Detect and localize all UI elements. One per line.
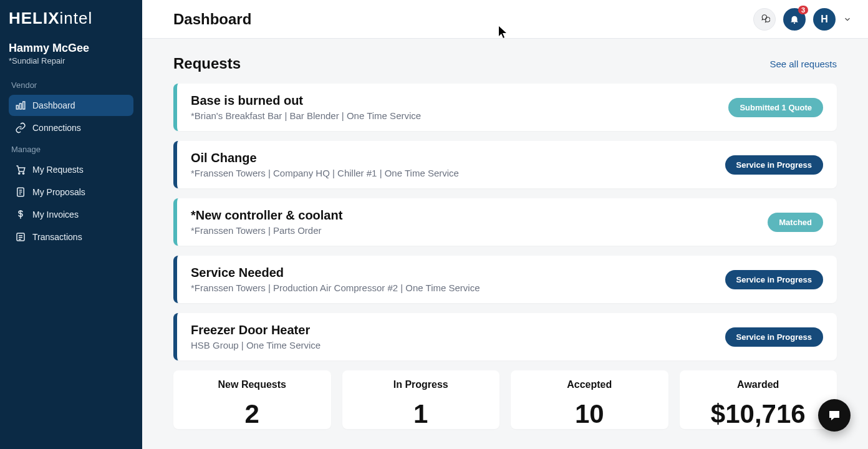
request-card[interactable]: Oil Change *Franssen Towers | Company HQ… <box>173 141 837 188</box>
page-title: Dashboard <box>173 11 251 28</box>
stat-value: 10 <box>518 399 661 429</box>
svg-point-14 <box>794 22 795 23</box>
nav-my-invoices[interactable]: My Invoices <box>9 204 133 225</box>
avatar-button[interactable]: H <box>813 8 836 31</box>
nav-my-requests[interactable]: My Requests <box>9 159 133 180</box>
content: Requests See all requests Base is burned… <box>142 39 868 449</box>
stat-value: 1 <box>350 399 493 429</box>
request-subtitle: *Brian's Breakfast Bar | Bar Blender | O… <box>191 110 421 121</box>
topbar: Dashboard 3 H <box>142 0 868 39</box>
status-badge: Submitted 1 Quote <box>728 98 823 117</box>
account-menu-toggle[interactable] <box>843 15 852 24</box>
svg-rect-2 <box>23 102 25 109</box>
list-icon <box>15 231 26 243</box>
nav-transactions-label: Transactions <box>32 232 82 242</box>
chat-icon <box>759 14 770 25</box>
request-title: *New controller & coolant <box>191 208 342 223</box>
request-card[interactable]: *New controller & coolant *Franssen Towe… <box>173 198 837 246</box>
see-all-requests-link[interactable]: See all requests <box>769 59 837 69</box>
nav-dashboard-label: Dashboard <box>32 100 75 110</box>
bell-icon <box>789 14 800 25</box>
stat-card-in-progress[interactable]: In Progress 1 <box>342 370 500 429</box>
requests-header: Requests See all requests <box>173 55 837 72</box>
stats-row: New Requests 2 In Progress 1 Accepted 10… <box>173 370 837 429</box>
brand-logo: HELIXintel <box>9 9 133 28</box>
document-icon <box>15 186 26 198</box>
status-badge: Service in Progress <box>725 155 823 175</box>
stat-card-awarded[interactable]: Awarded $10,716 <box>680 370 837 429</box>
stat-card-accepted[interactable]: Accepted 10 <box>511 370 668 429</box>
request-subtitle: *Franssen Towers | Company HQ | Chiller … <box>191 168 459 178</box>
request-card[interactable]: Base is burned out *Brian's Breakfast Ba… <box>173 84 837 131</box>
stat-label: Accepted <box>518 379 661 390</box>
topbar-right: 3 H <box>753 8 852 31</box>
request-subtitle: *Franssen Towers | Production Air Compre… <box>191 282 480 293</box>
nav-my-proposals[interactable]: My Proposals <box>9 181 133 203</box>
nav-section-manage: Manage <box>11 145 131 154</box>
chat-button[interactable] <box>753 8 776 31</box>
cart-icon <box>15 164 26 175</box>
brand-part2: intel <box>60 9 93 27</box>
status-badge: Service in Progress <box>725 327 823 347</box>
notification-wrap: 3 <box>783 8 806 31</box>
stat-card-new-requests[interactable]: New Requests 2 <box>173 370 331 429</box>
notification-badge: 3 <box>798 6 808 14</box>
nav-transactions[interactable]: Transactions <box>9 226 133 248</box>
stat-value: $10,716 <box>687 399 830 429</box>
request-title: Oil Change <box>191 151 459 165</box>
nav-section-vendor: Vendor <box>11 80 131 90</box>
request-subtitle: *Franssen Towers | Parts Order <box>191 225 342 236</box>
nav-dashboard[interactable]: Dashboard <box>9 95 133 116</box>
request-card[interactable]: Service Needed *Franssen Towers | Produc… <box>173 256 837 303</box>
stat-label: New Requests <box>181 379 324 390</box>
link-icon <box>15 122 26 133</box>
svg-point-3 <box>19 173 20 174</box>
request-card[interactable]: Freezer Door Heater HSB Group | One Time… <box>173 313 837 360</box>
stat-label: Awarded <box>687 379 830 390</box>
request-title: Freezer Door Heater <box>191 323 321 337</box>
status-badge: Service in Progress <box>725 270 823 289</box>
dollar-icon <box>15 209 26 220</box>
nav-connections-label: Connections <box>32 123 81 133</box>
speech-bubble-icon <box>827 408 842 423</box>
user-org: *Sundial Repair <box>9 56 133 65</box>
chevron-down-icon <box>843 15 852 24</box>
request-title: Service Needed <box>191 266 480 280</box>
status-badge: Matched <box>768 213 823 232</box>
requests-title: Requests <box>173 55 241 72</box>
chat-fab[interactable] <box>818 399 851 432</box>
stat-label: In Progress <box>350 379 493 390</box>
request-subtitle: HSB Group | One Time Service <box>191 340 321 350</box>
svg-rect-1 <box>20 104 22 109</box>
stat-value: 2 <box>181 399 324 429</box>
bar-chart-icon <box>15 100 26 111</box>
svg-rect-0 <box>16 105 18 109</box>
nav-my-requests-label: My Requests <box>32 165 84 175</box>
nav-my-invoices-label: My Invoices <box>32 210 79 220</box>
sidebar: HELIXintel Hammy McGee *Sundial Repair V… <box>0 0 142 449</box>
nav-my-proposals-label: My Proposals <box>32 187 85 197</box>
user-name: Hammy McGee <box>9 42 133 55</box>
brand-part1: HELIX <box>9 9 60 27</box>
nav-connections[interactable]: Connections <box>9 117 133 138</box>
request-title: Base is burned out <box>191 94 421 108</box>
svg-point-4 <box>22 173 24 174</box>
